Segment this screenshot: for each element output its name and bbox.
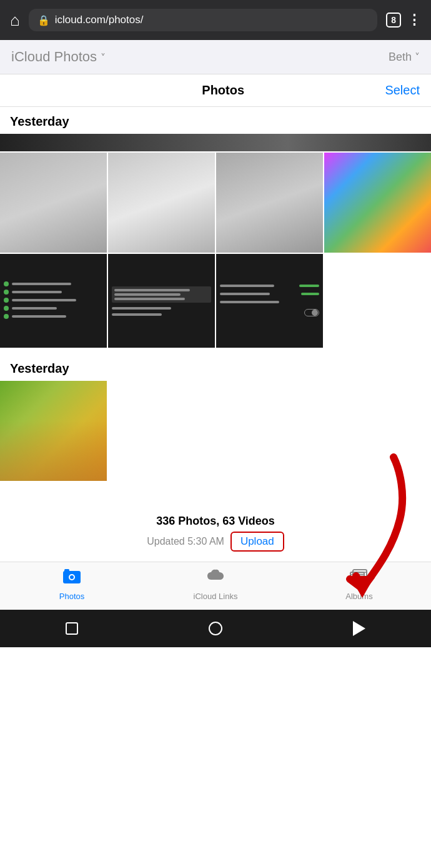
photo-cell-dark-2[interactable] — [108, 254, 215, 348]
user-area[interactable]: Beth ˅ — [389, 51, 420, 64]
android-nav-bar — [0, 610, 431, 647]
photo-cell[interactable] — [216, 153, 323, 253]
icloud-links-tab-icon — [206, 568, 225, 589]
stats-count: 336 Photos, 63 Videos — [10, 515, 421, 528]
photo-grid-row3 — [0, 381, 431, 481]
svg-rect-2 — [64, 569, 69, 572]
photo-grid-row1 — [0, 153, 431, 253]
albums-tab-icon — [350, 568, 369, 589]
android-square-button[interactable] — [66, 622, 78, 635]
photo-cell[interactable] — [324, 153, 431, 253]
photo-grid-row2 — [0, 254, 431, 348]
photo-cell-dark-3[interactable] — [216, 254, 323, 348]
android-home-button[interactable] — [209, 622, 222, 635]
tab-icloud-links[interactable]: iCloud Links — [144, 568, 287, 601]
browser-bar: ⌂ 🔒 icloud.com/photos/ 8 ⋮ — [0, 0, 431, 40]
home-icon[interactable]: ⌂ — [10, 11, 20, 30]
photo-cell[interactable] — [0, 153, 107, 253]
section-header-yesterday-2: Yesterday — [0, 354, 431, 381]
section-header-yesterday-1: Yesterday — [0, 107, 431, 134]
more-menu-icon[interactable]: ⋮ — [407, 12, 421, 28]
svg-point-4 — [70, 575, 74, 579]
photo-empty-4 — [324, 381, 431, 481]
photo-cell[interactable] — [108, 153, 215, 253]
photos-title: Photos — [61, 83, 385, 98]
stats-section: 336 Photos, 63 Videos Updated 5:30 AM Up… — [0, 500, 431, 562]
bottom-tab-bar: Photos iCloud Links Albums — [0, 562, 431, 610]
url-bar[interactable]: 🔒 icloud.com/photos/ — [29, 9, 377, 31]
brand-photos: Photos — [54, 49, 97, 64]
photo-cell-dark-1[interactable] — [0, 254, 107, 348]
svg-rect-7 — [355, 572, 364, 580]
upload-button[interactable]: Upload — [230, 532, 284, 552]
brand-chevron: ˅ — [101, 53, 106, 63]
photos-tab-icon — [62, 568, 81, 589]
user-chevron: ˅ — [415, 52, 420, 63]
tab-icloud-links-label: iCloud Links — [194, 592, 238, 601]
photo-cell-hand[interactable] — [0, 381, 107, 481]
user-name: Beth ˅ — [389, 51, 420, 63]
tab-photos[interactable]: Photos — [0, 568, 144, 601]
tab-photos-label: Photos — [59, 592, 84, 601]
photo-empty-2 — [108, 381, 215, 481]
content-area: Yesterday — [0, 107, 431, 562]
tab-count[interactable]: 8 — [386, 13, 401, 28]
tab-albums[interactable]: Albums — [287, 568, 431, 601]
brand-area[interactable]: iCloud Photos ˅ — [11, 49, 106, 65]
app-header: iCloud Photos ˅ Beth ˅ — [0, 40, 431, 74]
url-text: icloud.com/photos/ — [55, 14, 144, 26]
photo-empty-3 — [216, 381, 323, 481]
updated-text: Updated 5:30 AM — [147, 536, 224, 547]
select-button[interactable]: Select — [385, 83, 420, 98]
photo-cell-empty — [324, 254, 431, 348]
tab-albums-label: Albums — [345, 592, 372, 601]
android-back-button[interactable] — [353, 621, 365, 636]
photo-strip — [0, 134, 431, 151]
lock-icon: 🔒 — [37, 14, 50, 26]
brand-icloud: iCloud Photos ˅ — [11, 49, 106, 64]
photos-toolbar: Photos Select — [0, 74, 431, 107]
